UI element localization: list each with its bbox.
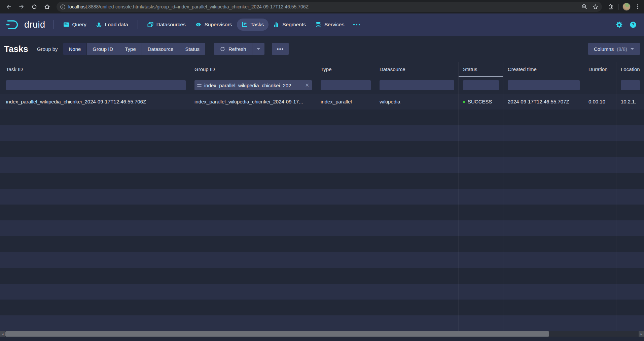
- type-filter-input[interactable]: [321, 80, 371, 90]
- nav-item-services[interactable]: Services: [311, 19, 349, 31]
- columns-count: (8/8): [617, 46, 627, 52]
- refresh-interval-dropdown-button[interactable]: [252, 43, 264, 55]
- column-header-datasource[interactable]: Datasource: [375, 62, 459, 77]
- empty-cell: [316, 300, 375, 315]
- column-header-duration[interactable]: Duration: [584, 62, 616, 77]
- nav-item-segments[interactable]: Segments: [269, 19, 311, 31]
- empty-cell: [503, 315, 584, 331]
- column-header-group-id[interactable]: Group ID: [190, 62, 316, 77]
- location-filter-input[interactable]: [621, 80, 640, 90]
- column-header-location[interactable]: Location: [616, 62, 644, 77]
- status-filter-input[interactable]: [463, 80, 499, 90]
- group-id-filter-chip[interactable]: index_parallel_wikipedia_chicnkei_202 ✕: [194, 80, 312, 90]
- empty-cell: [0, 189, 190, 205]
- columns-dropdown-button[interactable]: Columns (8/8): [588, 43, 640, 55]
- url-bar[interactable]: localhost:8888/unified-console.html#task…: [57, 2, 602, 12]
- bookmark-star-icon[interactable]: [592, 4, 599, 10]
- extensions-icon[interactable]: [607, 3, 614, 10]
- empty-cell: [190, 220, 316, 236]
- group-by-status-button[interactable]: Status: [179, 43, 205, 55]
- table-filter-row: index_parallel_wikipedia_chicnkei_202 ✕: [0, 77, 644, 94]
- empty-cell: [0, 284, 190, 300]
- type-cell[interactable]: index_parallel: [316, 94, 375, 110]
- group-by-type-button[interactable]: Type: [119, 43, 142, 55]
- empty-cell: [0, 141, 190, 157]
- druid-logo[interactable]: druid: [5, 19, 45, 30]
- empty-table-row: [0, 268, 644, 284]
- empty-cell: [503, 205, 584, 220]
- task-id-cell[interactable]: index_parallel_wikipedia_chicnkei_2024-0…: [0, 94, 190, 110]
- created-time-cell[interactable]: 2024-09-17T12:46:55.707Z: [503, 94, 584, 110]
- site-info-icon[interactable]: [60, 4, 66, 10]
- location-cell[interactable]: 10.2.1.: [616, 94, 644, 110]
- empty-cell: [316, 173, 375, 189]
- empty-cell: [0, 220, 190, 236]
- browser-home-button[interactable]: [42, 1, 52, 12]
- settings-gear-icon[interactable]: [616, 21, 623, 28]
- refresh-button[interactable]: Refresh: [214, 43, 252, 55]
- empty-cell: [459, 284, 503, 300]
- empty-cell: [459, 189, 503, 205]
- tasks-view-toolbar: Tasks Group by None Group ID Type Dataso…: [0, 36, 644, 62]
- empty-cell: [316, 315, 375, 331]
- query-icon: [63, 22, 69, 28]
- empty-cell: [190, 157, 316, 173]
- group-id-cell[interactable]: index_parallel_wikipedia_chicnkei_2024-0…: [190, 94, 316, 110]
- empty-cell: [375, 268, 459, 284]
- browser-back-button[interactable]: [3, 1, 14, 12]
- toolbar-more-button[interactable]: •••: [272, 43, 289, 55]
- duration-cell[interactable]: 0:00:10: [584, 94, 616, 110]
- empty-cell: [316, 252, 375, 268]
- browser-profile-avatar[interactable]: [622, 3, 631, 11]
- browser-toolbar: localhost:8888/unified-console.html#task…: [0, 0, 644, 13]
- group-by-none-button[interactable]: None: [63, 43, 87, 55]
- scroll-left-arrow[interactable]: ◂: [0, 331, 5, 337]
- empty-cell: [584, 125, 616, 141]
- nav-item-load-data[interactable]: Load data: [91, 19, 133, 31]
- nav-more-button[interactable]: [349, 21, 364, 29]
- empty-cell: [584, 284, 616, 300]
- browser-menu-icon[interactable]: [635, 4, 641, 10]
- status-cell[interactable]: SUCCESS: [459, 94, 503, 110]
- empty-cell: [0, 268, 190, 284]
- group-by-segmented-control: None Group ID Type Datasource Status: [63, 43, 206, 55]
- column-header-status[interactable]: Status: [459, 62, 503, 77]
- column-header-type[interactable]: Type: [316, 62, 375, 77]
- datasource-cell[interactable]: wikipedia: [375, 94, 459, 110]
- druid-logo-icon: [5, 19, 21, 30]
- nav-item-supervisors[interactable]: Supervisors: [190, 19, 237, 31]
- empty-cell: [459, 157, 503, 173]
- empty-cell: [316, 236, 375, 252]
- empty-cell: [0, 125, 190, 141]
- group-by-group-id-button[interactable]: Group ID: [87, 43, 119, 55]
- empty-cell: [190, 284, 316, 300]
- browser-reload-button[interactable]: [29, 1, 40, 12]
- more-dots-icon: [353, 24, 360, 26]
- nav-item-query[interactable]: Query: [59, 19, 91, 31]
- empty-cell: [459, 125, 503, 141]
- clear-filter-icon[interactable]: ✕: [305, 82, 309, 88]
- empty-cell: [459, 110, 503, 125]
- browser-forward-button[interactable]: [16, 1, 27, 12]
- task-id-filter-input[interactable]: [6, 80, 186, 90]
- empty-cell: [375, 125, 459, 141]
- empty-cell: [503, 284, 584, 300]
- created-time-filter-input[interactable]: [508, 80, 580, 90]
- empty-cell: [459, 205, 503, 220]
- scrollbar-track[interactable]: [549, 331, 639, 337]
- horizontal-scrollbar[interactable]: ◂ ▸: [0, 331, 644, 337]
- group-by-datasource-button[interactable]: Datasource: [142, 43, 179, 55]
- column-header-task-id[interactable]: Task ID: [0, 62, 190, 77]
- empty-cell: [316, 268, 375, 284]
- help-icon[interactable]: ?: [630, 21, 637, 28]
- empty-cell: [0, 205, 190, 220]
- eye-icon: [195, 22, 202, 28]
- column-header-created-time[interactable]: Created time: [503, 62, 584, 77]
- nav-item-tasks[interactable]: Tasks: [237, 19, 269, 31]
- task-row[interactable]: index_parallel_wikipedia_chicnkei_2024-0…: [0, 94, 644, 110]
- datasource-filter-input[interactable]: [380, 80, 454, 90]
- nav-item-datasources[interactable]: Datasources: [143, 19, 190, 31]
- scrollbar-thumb[interactable]: [5, 331, 549, 337]
- zoom-icon[interactable]: [581, 4, 587, 10]
- scroll-right-arrow[interactable]: ▸: [639, 331, 644, 337]
